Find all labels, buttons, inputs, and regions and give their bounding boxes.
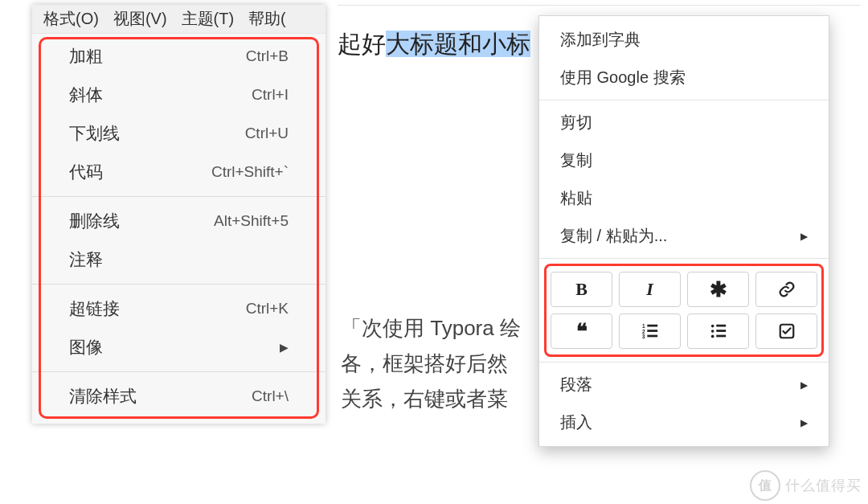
menu-item-shortcut: Ctrl+I — [252, 86, 289, 104]
doc-heading-prefix: 起好 — [338, 31, 386, 57]
menu-item-code[interactable]: 代码 Ctrl+Shift+` — [32, 153, 326, 191]
asterisk-button[interactable]: ✱ — [687, 272, 749, 307]
doc-heading-selection: 大标题和小标 — [386, 31, 530, 57]
ctx-item-label: 复制 / 粘贴为... — [560, 225, 667, 247]
menu-item-shortcut: Alt+Shift+5 — [214, 212, 289, 230]
menubar-item-theme[interactable]: 主题(T) — [182, 8, 235, 30]
svg-rect-5 — [647, 335, 657, 338]
format-toolbar-grid: B I ✱ ❝ — [551, 272, 817, 349]
menu-item-image[interactable]: 图像 ▶ — [32, 328, 326, 367]
ctx-separator — [539, 258, 829, 259]
svg-rect-11 — [716, 335, 726, 338]
editor-with-context-menu: 起好大标题和小标 「次使用 Typora 绘 各，框架搭好后然 关系，右键或者菜… — [338, 5, 860, 475]
chevron-right-icon: ▶ — [800, 379, 808, 391]
doc-heading: 起好大标题和小标 — [338, 28, 530, 61]
menu-item-label: 斜体 — [69, 84, 103, 106]
menu-item-shortcut: Ctrl+K — [246, 300, 289, 318]
checkbox-icon — [778, 322, 796, 340]
svg-point-6 — [710, 325, 714, 328]
svg-point-8 — [710, 335, 714, 338]
chevron-right-icon: ▶ — [800, 231, 808, 242]
ctx-item-label: 粘贴 — [560, 187, 592, 209]
unordered-list-button[interactable] — [687, 313, 749, 349]
doc-body-line: 关系，右键或者菜 — [341, 385, 508, 413]
watermark-logo-icon: 值 — [750, 470, 780, 501]
menu-item-italic[interactable]: 斜体 Ctrl+I — [32, 76, 326, 114]
menu-item-label: 图像 — [69, 336, 103, 359]
menu-item-shortcut: Ctrl+B — [246, 47, 289, 65]
ctx-item-paste[interactable]: 粘贴 — [539, 179, 829, 217]
svg-point-7 — [710, 330, 714, 333]
menu-item-label: 注释 — [69, 248, 103, 271]
asterisk-icon: ✱ — [710, 277, 727, 302]
checkbox-button[interactable] — [755, 313, 817, 349]
unordered-list-icon — [710, 322, 727, 340]
menubar-item-format[interactable]: 格式(O) — [43, 8, 99, 30]
quote-button[interactable]: ❝ — [551, 313, 612, 349]
ctx-item-google-search[interactable]: 使用 Google 搜索 — [539, 59, 829, 96]
ctx-item-cut[interactable]: 剪切 — [539, 104, 829, 141]
watermark: 值 什么值得买 — [750, 470, 862, 501]
menu-item-label: 清除样式 — [69, 385, 137, 408]
quote-icon: ❝ — [576, 319, 588, 344]
menu-item-shortcut: Ctrl+\ — [252, 387, 289, 405]
menu-separator — [32, 284, 326, 285]
watermark-text: 什么值得买 — [785, 476, 862, 495]
menu-item-label: 删除线 — [69, 210, 120, 232]
menu-separator — [32, 196, 326, 197]
ctx-separator — [539, 100, 829, 100]
ctx-item-label: 剪切 — [560, 112, 592, 133]
menu-item-clear-style[interactable]: 清除样式 Ctrl+\ — [32, 377, 326, 416]
menu-item-label: 代码 — [69, 161, 103, 183]
ordered-list-icon: 1 2 3 — [641, 322, 659, 340]
svg-rect-3 — [647, 325, 657, 327]
ctx-item-label: 添加到字典 — [560, 29, 641, 51]
menu-item-label: 超链接 — [69, 297, 120, 320]
ctx-item-paragraph[interactable]: 段落 ▶ — [539, 366, 829, 404]
bold-button[interactable]: B — [551, 272, 612, 307]
menu-item-bold[interactable]: 加粗 Ctrl+B — [32, 37, 326, 76]
menu-item-comment[interactable]: 注释 — [32, 240, 326, 279]
format-toolbar: B I ✱ ❝ — [539, 262, 829, 359]
ctx-item-label: 使用 Google 搜索 — [560, 67, 686, 88]
bold-icon: B — [575, 279, 588, 300]
menu-item-underline[interactable]: 下划线 Ctrl+U — [32, 114, 326, 153]
chevron-right-icon: ▶ — [280, 341, 289, 354]
ctx-item-label: 插入 — [560, 412, 592, 433]
ctx-item-add-to-dictionary[interactable]: 添加到字典 — [539, 21, 829, 59]
ctx-item-copy[interactable]: 复制 — [539, 141, 829, 179]
menu-item-hyperlink[interactable]: 超链接 Ctrl+K — [32, 289, 326, 328]
ctx-item-insert[interactable]: 插入 ▶ — [539, 404, 829, 441]
svg-text:3: 3 — [641, 334, 645, 339]
menu-item-shortcut: Ctrl+Shift+` — [211, 163, 289, 181]
link-icon — [778, 281, 796, 298]
ctx-item-copy-paste-as[interactable]: 复制 / 粘贴为... ▶ — [539, 217, 829, 255]
link-button[interactable] — [755, 272, 817, 307]
doc-body-line: 各，框架搭好后然 — [341, 350, 508, 378]
menubar: 格式(O) 视图(V) 主题(T) 帮助( — [32, 5, 326, 34]
format-menu-panel: 格式(O) 视图(V) 主题(T) 帮助( 加粗 Ctrl+B 斜体 Ctrl+… — [32, 5, 326, 424]
italic-button[interactable]: I — [619, 272, 681, 307]
menubar-item-help[interactable]: 帮助( — [248, 8, 286, 30]
doc-body-line: 「次使用 Typora 绘 — [341, 314, 521, 342]
menu-item-shortcut: Ctrl+U — [245, 125, 289, 142]
svg-rect-4 — [647, 330, 657, 332]
menu-item-label: 加粗 — [69, 45, 103, 68]
ctx-item-label: 段落 — [560, 374, 592, 395]
menu-separator — [32, 371, 326, 372]
menubar-item-view[interactable]: 视图(V) — [113, 8, 167, 30]
chevron-right-icon: ▶ — [800, 417, 808, 428]
format-dropdown: 加粗 Ctrl+B 斜体 Ctrl+I 下划线 Ctrl+U 代码 Ctrl+S… — [32, 34, 326, 424]
context-menu: 添加到字典 使用 Google 搜索 剪切 复制 粘贴 复制 / 粘贴为... … — [538, 15, 829, 447]
ordered-list-button[interactable]: 1 2 3 — [619, 313, 681, 349]
svg-rect-10 — [716, 330, 726, 332]
svg-rect-9 — [716, 325, 726, 327]
menu-item-strike[interactable]: 删除线 Alt+Shift+5 — [32, 202, 326, 240]
ctx-separator — [539, 362, 829, 363]
menu-item-label: 下划线 — [69, 122, 120, 145]
italic-icon: I — [646, 279, 653, 300]
ctx-item-label: 复制 — [560, 150, 592, 171]
